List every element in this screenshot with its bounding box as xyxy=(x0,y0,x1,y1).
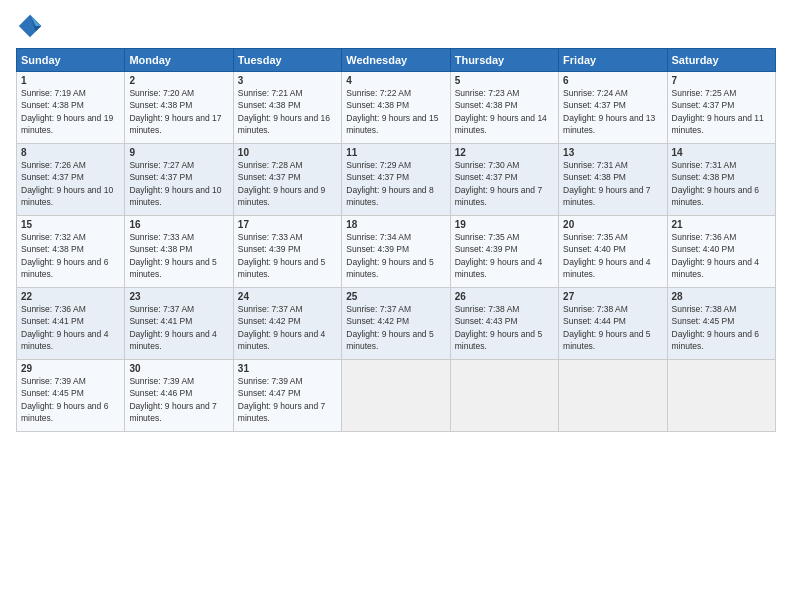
day-info: Sunrise: 7:39 AMSunset: 4:45 PMDaylight:… xyxy=(21,375,120,424)
week-row-2: 8Sunrise: 7:26 AMSunset: 4:37 PMDaylight… xyxy=(17,144,776,216)
day-number: 17 xyxy=(238,219,337,230)
day-cell: 16Sunrise: 7:33 AMSunset: 4:38 PMDayligh… xyxy=(125,216,233,288)
day-cell: 20Sunrise: 7:35 AMSunset: 4:40 PMDayligh… xyxy=(559,216,667,288)
header-row: SundayMondayTuesdayWednesdayThursdayFrid… xyxy=(17,49,776,72)
day-number: 18 xyxy=(346,219,445,230)
day-number: 22 xyxy=(21,291,120,302)
day-cell: 27Sunrise: 7:38 AMSunset: 4:44 PMDayligh… xyxy=(559,288,667,360)
day-cell: 21Sunrise: 7:36 AMSunset: 4:40 PMDayligh… xyxy=(667,216,775,288)
day-number: 28 xyxy=(672,291,771,302)
day-cell: 4Sunrise: 7:22 AMSunset: 4:38 PMDaylight… xyxy=(342,72,450,144)
day-cell: 13Sunrise: 7:31 AMSunset: 4:38 PMDayligh… xyxy=(559,144,667,216)
day-info: Sunrise: 7:38 AMSunset: 4:45 PMDaylight:… xyxy=(672,303,771,352)
day-number: 11 xyxy=(346,147,445,158)
day-info: Sunrise: 7:31 AMSunset: 4:38 PMDaylight:… xyxy=(672,159,771,208)
day-cell: 9Sunrise: 7:27 AMSunset: 4:37 PMDaylight… xyxy=(125,144,233,216)
day-info: Sunrise: 7:20 AMSunset: 4:38 PMDaylight:… xyxy=(129,87,228,136)
header-cell-monday: Monday xyxy=(125,49,233,72)
day-number: 4 xyxy=(346,75,445,86)
day-cell xyxy=(450,360,558,432)
day-cell: 8Sunrise: 7:26 AMSunset: 4:37 PMDaylight… xyxy=(17,144,125,216)
day-info: Sunrise: 7:38 AMSunset: 4:43 PMDaylight:… xyxy=(455,303,554,352)
day-number: 29 xyxy=(21,363,120,374)
day-cell: 12Sunrise: 7:30 AMSunset: 4:37 PMDayligh… xyxy=(450,144,558,216)
day-cell: 23Sunrise: 7:37 AMSunset: 4:41 PMDayligh… xyxy=(125,288,233,360)
day-info: Sunrise: 7:33 AMSunset: 4:38 PMDaylight:… xyxy=(129,231,228,280)
day-number: 23 xyxy=(129,291,228,302)
day-cell xyxy=(559,360,667,432)
day-number: 19 xyxy=(455,219,554,230)
header-cell-wednesday: Wednesday xyxy=(342,49,450,72)
day-number: 7 xyxy=(672,75,771,86)
header-cell-sunday: Sunday xyxy=(17,49,125,72)
day-cell: 7Sunrise: 7:25 AMSunset: 4:37 PMDaylight… xyxy=(667,72,775,144)
day-number: 20 xyxy=(563,219,662,230)
day-number: 21 xyxy=(672,219,771,230)
day-cell: 14Sunrise: 7:31 AMSunset: 4:38 PMDayligh… xyxy=(667,144,775,216)
day-number: 27 xyxy=(563,291,662,302)
day-info: Sunrise: 7:21 AMSunset: 4:38 PMDaylight:… xyxy=(238,87,337,136)
day-cell xyxy=(342,360,450,432)
day-cell: 30Sunrise: 7:39 AMSunset: 4:46 PMDayligh… xyxy=(125,360,233,432)
day-number: 13 xyxy=(563,147,662,158)
day-number: 30 xyxy=(129,363,228,374)
day-number: 31 xyxy=(238,363,337,374)
day-number: 24 xyxy=(238,291,337,302)
day-cell: 18Sunrise: 7:34 AMSunset: 4:39 PMDayligh… xyxy=(342,216,450,288)
day-number: 14 xyxy=(672,147,771,158)
day-info: Sunrise: 7:24 AMSunset: 4:37 PMDaylight:… xyxy=(563,87,662,136)
day-number: 15 xyxy=(21,219,120,230)
day-cell: 22Sunrise: 7:36 AMSunset: 4:41 PMDayligh… xyxy=(17,288,125,360)
calendar-table: SundayMondayTuesdayWednesdayThursdayFrid… xyxy=(16,48,776,432)
day-info: Sunrise: 7:37 AMSunset: 4:41 PMDaylight:… xyxy=(129,303,228,352)
day-info: Sunrise: 7:25 AMSunset: 4:37 PMDaylight:… xyxy=(672,87,771,136)
day-info: Sunrise: 7:37 AMSunset: 4:42 PMDaylight:… xyxy=(238,303,337,352)
day-info: Sunrise: 7:26 AMSunset: 4:37 PMDaylight:… xyxy=(21,159,120,208)
day-cell: 11Sunrise: 7:29 AMSunset: 4:37 PMDayligh… xyxy=(342,144,450,216)
header xyxy=(16,12,776,40)
day-info: Sunrise: 7:22 AMSunset: 4:38 PMDaylight:… xyxy=(346,87,445,136)
day-cell: 5Sunrise: 7:23 AMSunset: 4:38 PMDaylight… xyxy=(450,72,558,144)
day-cell: 6Sunrise: 7:24 AMSunset: 4:37 PMDaylight… xyxy=(559,72,667,144)
day-cell: 10Sunrise: 7:28 AMSunset: 4:37 PMDayligh… xyxy=(233,144,341,216)
day-info: Sunrise: 7:35 AMSunset: 4:40 PMDaylight:… xyxy=(563,231,662,280)
header-cell-thursday: Thursday xyxy=(450,49,558,72)
day-cell: 19Sunrise: 7:35 AMSunset: 4:39 PMDayligh… xyxy=(450,216,558,288)
day-cell: 28Sunrise: 7:38 AMSunset: 4:45 PMDayligh… xyxy=(667,288,775,360)
day-number: 5 xyxy=(455,75,554,86)
day-info: Sunrise: 7:39 AMSunset: 4:46 PMDaylight:… xyxy=(129,375,228,424)
day-number: 26 xyxy=(455,291,554,302)
day-number: 10 xyxy=(238,147,337,158)
day-cell: 26Sunrise: 7:38 AMSunset: 4:43 PMDayligh… xyxy=(450,288,558,360)
day-number: 12 xyxy=(455,147,554,158)
day-info: Sunrise: 7:30 AMSunset: 4:37 PMDaylight:… xyxy=(455,159,554,208)
day-number: 9 xyxy=(129,147,228,158)
day-info: Sunrise: 7:35 AMSunset: 4:39 PMDaylight:… xyxy=(455,231,554,280)
day-info: Sunrise: 7:32 AMSunset: 4:38 PMDaylight:… xyxy=(21,231,120,280)
day-info: Sunrise: 7:19 AMSunset: 4:38 PMDaylight:… xyxy=(21,87,120,136)
day-cell: 24Sunrise: 7:37 AMSunset: 4:42 PMDayligh… xyxy=(233,288,341,360)
day-cell: 25Sunrise: 7:37 AMSunset: 4:42 PMDayligh… xyxy=(342,288,450,360)
day-info: Sunrise: 7:33 AMSunset: 4:39 PMDaylight:… xyxy=(238,231,337,280)
day-cell: 1Sunrise: 7:19 AMSunset: 4:38 PMDaylight… xyxy=(17,72,125,144)
day-info: Sunrise: 7:28 AMSunset: 4:37 PMDaylight:… xyxy=(238,159,337,208)
page: SundayMondayTuesdayWednesdayThursdayFrid… xyxy=(0,0,792,612)
day-info: Sunrise: 7:31 AMSunset: 4:38 PMDaylight:… xyxy=(563,159,662,208)
day-number: 6 xyxy=(563,75,662,86)
day-cell: 15Sunrise: 7:32 AMSunset: 4:38 PMDayligh… xyxy=(17,216,125,288)
day-number: 8 xyxy=(21,147,120,158)
day-cell: 2Sunrise: 7:20 AMSunset: 4:38 PMDaylight… xyxy=(125,72,233,144)
day-number: 16 xyxy=(129,219,228,230)
day-cell: 29Sunrise: 7:39 AMSunset: 4:45 PMDayligh… xyxy=(17,360,125,432)
day-info: Sunrise: 7:23 AMSunset: 4:38 PMDaylight:… xyxy=(455,87,554,136)
day-cell: 3Sunrise: 7:21 AMSunset: 4:38 PMDaylight… xyxy=(233,72,341,144)
day-number: 2 xyxy=(129,75,228,86)
day-number: 25 xyxy=(346,291,445,302)
week-row-5: 29Sunrise: 7:39 AMSunset: 4:45 PMDayligh… xyxy=(17,360,776,432)
day-info: Sunrise: 7:34 AMSunset: 4:39 PMDaylight:… xyxy=(346,231,445,280)
logo xyxy=(16,12,48,40)
day-info: Sunrise: 7:29 AMSunset: 4:37 PMDaylight:… xyxy=(346,159,445,208)
week-row-3: 15Sunrise: 7:32 AMSunset: 4:38 PMDayligh… xyxy=(17,216,776,288)
header-cell-saturday: Saturday xyxy=(667,49,775,72)
day-info: Sunrise: 7:37 AMSunset: 4:42 PMDaylight:… xyxy=(346,303,445,352)
